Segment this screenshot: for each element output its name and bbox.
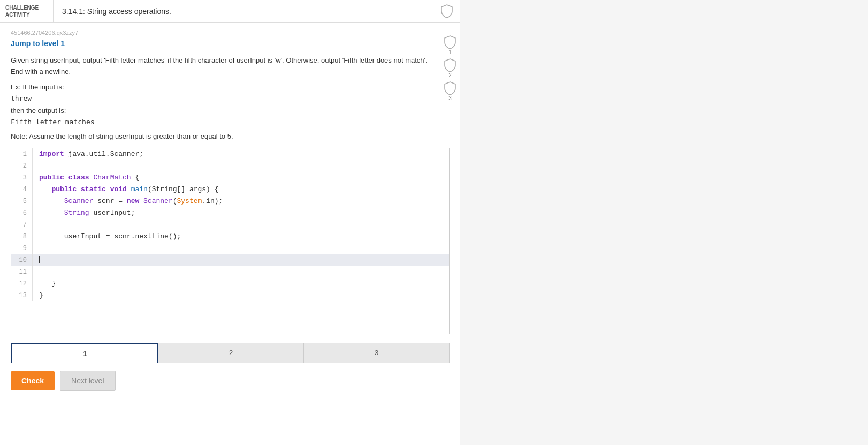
code-line-11: 11 [11, 266, 449, 278]
problem-note: Note: Assume the length of string userIn… [11, 132, 450, 140]
level-badge-2[interactable]: 2 [444, 58, 456, 78]
check-button[interactable]: Check [11, 371, 55, 390]
line-num-7: 7 [11, 219, 33, 231]
line-code-3: public class CharMatch { [33, 172, 449, 184]
session-id: 451466.2704206.qx3zzy7 [11, 29, 450, 36]
line-code-5: Scanner scnr = new Scanner(System.in); [33, 195, 449, 207]
line-num-5: 5 [11, 195, 33, 207]
header: CHALLENGE ACTIVITY 3.14.1: String access… [0, 0, 460, 23]
line-num-8: 8 [11, 231, 33, 243]
problem-description: Given string userInput, output 'Fifth le… [11, 55, 428, 78]
level-3-num: 3 [448, 95, 452, 101]
code-line-1: 1 import java.util.Scanner; [11, 148, 449, 160]
code-line-10[interactable]: 10 [11, 254, 449, 266]
code-line-8: 8 userInput = scnr.nextLine(); [11, 231, 449, 243]
example-output-label: then the output is: [11, 107, 450, 115]
code-line-5: 5 Scanner scnr = new Scanner(System.in); [11, 195, 449, 207]
brand-line1: CHALLENGE [5, 4, 48, 11]
brand-line2: ACTIVITY [5, 11, 48, 18]
header-brand: CHALLENGE ACTIVITY [0, 0, 54, 22]
line-num-6: 6 [11, 207, 33, 219]
line-code-13: } [33, 290, 449, 301]
line-code-1: import java.util.Scanner; [33, 148, 449, 160]
code-editor[interactable]: 1 import java.util.Scanner; 2 3 public c… [11, 148, 450, 334]
sidebar-badges: 1 2 3 [440, 30, 460, 107]
level-badge-1[interactable]: 1 [444, 35, 456, 55]
line-num-2: 2 [11, 160, 33, 172]
line-num-4: 4 [11, 184, 33, 195]
test-tab-3[interactable]: 3 [304, 343, 449, 363]
code-line-6: 6 String userInput; [11, 207, 449, 219]
line-code-4: public static void main(String[] args) { [33, 184, 449, 195]
line-num-3: 3 [11, 172, 33, 184]
line-code-9 [33, 243, 449, 254]
line-code-10[interactable] [33, 254, 449, 266]
code-line-4: 4 public static void main(String[] args)… [11, 184, 449, 195]
test-tab-2[interactable]: 2 [158, 343, 304, 363]
line-code-8: userInput = scnr.nextLine(); [33, 231, 449, 243]
line-code-7 [33, 219, 449, 231]
example-output: Fifth letter matches [11, 118, 450, 126]
line-num-9: 9 [11, 243, 33, 254]
example-input: threw [11, 94, 450, 102]
level-1-badge-icon [444, 35, 456, 49]
header-badge-area [439, 2, 455, 21]
level-badge-3[interactable]: 3 [444, 81, 456, 101]
line-code-2 [33, 160, 449, 172]
code-line-9: 9 [11, 243, 449, 254]
challenge-title: 3.14.1: String access operations. [54, 2, 439, 21]
code-line-7: 7 [11, 219, 449, 231]
line-num-10: 10 [11, 254, 33, 266]
line-code-6: String userInput; [33, 207, 449, 219]
line-code-11 [33, 266, 449, 278]
code-line-2: 2 [11, 160, 449, 172]
level-2-badge-icon [444, 58, 456, 72]
line-num-12: 12 [11, 278, 33, 290]
level-2-num: 2 [448, 72, 452, 78]
buttons-row: Check Next level [11, 371, 450, 391]
code-line-3: 3 public class CharMatch { [11, 172, 449, 184]
example-label: Ex: If the input is: [11, 83, 450, 91]
next-level-button[interactable]: Next level [60, 371, 115, 391]
line-code-12: } [33, 278, 449, 290]
test-tabs: 1 2 3 [11, 343, 450, 363]
level-1-num: 1 [448, 49, 452, 55]
line-num-13: 13 [11, 290, 33, 301]
test-tab-1[interactable]: 1 [11, 343, 158, 363]
main-content: 451466.2704206.qx3zzy7 Jump to level 1 G… [0, 23, 460, 397]
line-num-11: 11 [11, 266, 33, 278]
jump-to-level-link[interactable]: Jump to level 1 [11, 39, 65, 48]
code-line-13: 13 } [11, 290, 449, 301]
code-line-12: 12 } [11, 278, 449, 290]
top-badge-icon [441, 4, 453, 18]
level-3-badge-icon [444, 81, 456, 95]
line-num-1: 1 [11, 148, 33, 160]
